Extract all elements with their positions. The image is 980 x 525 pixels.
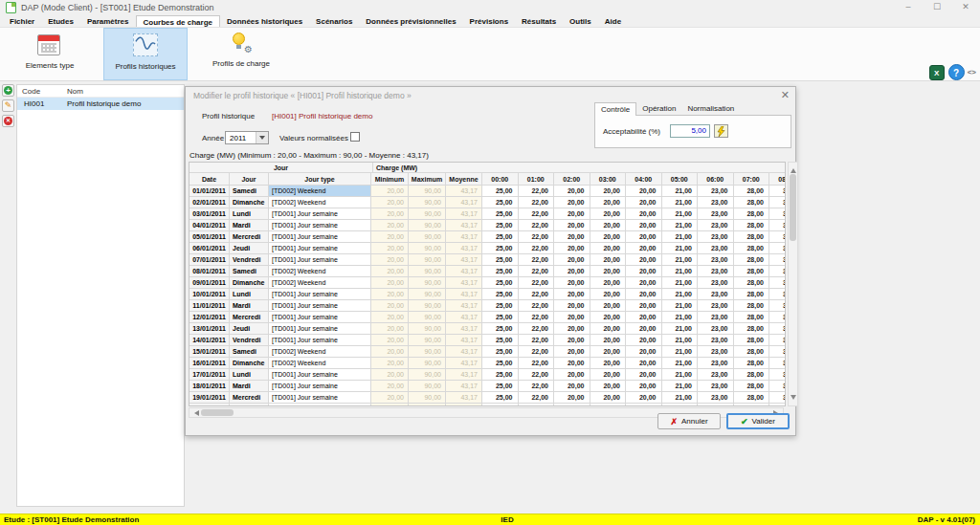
cell-hour-0800[interactable]: 30,00 xyxy=(769,300,786,312)
cell-hour-0600[interactable]: 23,00 xyxy=(698,186,734,197)
cell-jour-type[interactable]: [TD001] Jour semaine xyxy=(269,323,371,335)
cell-hour-0400[interactable]: 20,00 xyxy=(626,335,662,346)
cell-hour-0800[interactable]: 30,00 xyxy=(769,289,786,300)
cell-hour-0000[interactable]: 25,00 xyxy=(482,197,519,208)
excel-export-icon[interactable]: X xyxy=(929,65,945,80)
table-row[interactable]: 17/01/2011Lundi[TD001] Jour semaine20,00… xyxy=(189,369,786,381)
cell-hour-0100[interactable]: 22,00 xyxy=(519,335,555,346)
cell-jour-type[interactable]: [TD001] Jour semaine xyxy=(269,220,371,231)
column-header-moyenne[interactable]: Moyenne xyxy=(446,173,482,186)
menu-item-etudes[interactable]: Etudes xyxy=(41,15,80,27)
table-row[interactable]: 04/01/2011Mardi[TD001] Jour semaine20,00… xyxy=(189,220,786,231)
table-row[interactable]: 16/01/2011Dimanche[TD002] Weekend20,0090… xyxy=(189,358,786,369)
cell-hour-0600[interactable]: 23,00 xyxy=(698,243,734,254)
cell-hour-0600[interactable]: 23,00 xyxy=(698,266,734,277)
cell-hour-0800[interactable]: 30,00 xyxy=(769,208,786,220)
cell-hour-0100[interactable]: 22,00 xyxy=(519,312,555,323)
cell-hour-0300[interactable]: 20,00 xyxy=(590,392,627,404)
cell-hour-0500[interactable]: 21,00 xyxy=(662,381,699,392)
table-row[interactable]: 20/01/2011Jeudi[TD001] Jour semaine20,00… xyxy=(189,404,786,406)
cell-hour-0000[interactable]: 25,00 xyxy=(482,277,519,289)
menu-item-sc-narios[interactable]: Scénarios xyxy=(309,15,359,27)
cell-hour-0200[interactable]: 20,00 xyxy=(554,243,590,254)
menu-item-r-sultats[interactable]: Résultats xyxy=(515,15,563,27)
close-icon[interactable]: ✕ xyxy=(951,0,980,15)
cell-hour-0300[interactable]: 20,00 xyxy=(590,346,627,358)
cell-hour-0800[interactable]: 30,00 xyxy=(769,266,786,277)
cell-hour-0600[interactable]: 23,00 xyxy=(698,404,734,406)
cell-hour-0100[interactable]: 22,00 xyxy=(519,289,555,300)
cell-hour-0000[interactable]: 25,00 xyxy=(482,358,519,369)
cell-jour-type[interactable]: [TD001] Jour semaine xyxy=(269,369,371,381)
cell-hour-0100[interactable]: 22,00 xyxy=(519,300,555,312)
cell-hour-0700[interactable]: 28,00 xyxy=(734,335,770,346)
cell-hour-0500[interactable]: 21,00 xyxy=(662,266,699,277)
column-header-nom[interactable]: Nom xyxy=(67,87,83,96)
table-row[interactable]: 13/01/2011Jeudi[TD001] Jour semaine20,00… xyxy=(189,323,786,335)
cell-hour-0100[interactable]: 22,00 xyxy=(519,404,555,406)
cell-hour-0100[interactable]: 22,00 xyxy=(519,266,555,277)
cell-hour-0500[interactable]: 21,00 xyxy=(662,335,699,346)
cell-hour-0000[interactable]: 25,00 xyxy=(482,404,519,406)
cell-hour-0800[interactable]: 30,00 xyxy=(769,312,786,323)
cell-jour-type[interactable]: [TD002] Weekend xyxy=(269,197,371,208)
cell-hour-0300[interactable]: 20,00 xyxy=(590,404,627,406)
cell-hour-0100[interactable]: 22,00 xyxy=(519,277,555,289)
cell-hour-0800[interactable]: 30,00 xyxy=(769,231,786,243)
cell-hour-0600[interactable]: 23,00 xyxy=(698,381,734,392)
tab-normalisation[interactable]: Normalisation xyxy=(681,102,740,116)
cell-hour-0000[interactable]: 25,00 xyxy=(482,335,519,346)
cell-hour-0600[interactable]: 23,00 xyxy=(698,208,734,220)
cell-hour-0200[interactable]: 20,00 xyxy=(554,231,590,243)
cell-hour-0400[interactable]: 20,00 xyxy=(626,381,662,392)
cell-hour-0200[interactable]: 20,00 xyxy=(554,186,590,197)
cell-hour-0600[interactable]: 23,00 xyxy=(698,277,734,289)
menu-item-fichier[interactable]: Fichier xyxy=(3,15,41,27)
cell-hour-0700[interactable]: 28,00 xyxy=(734,358,770,369)
cell-hour-0500[interactable]: 21,00 xyxy=(662,231,699,243)
cell-hour-0400[interactable]: 20,00 xyxy=(626,369,662,381)
menu-item-pr-visions[interactable]: Prévisions xyxy=(463,15,515,27)
cell-jour-type[interactable]: [TD001] Jour semaine xyxy=(269,381,371,392)
dialog-close-icon[interactable]: ✕ xyxy=(781,89,790,101)
column-header-0500[interactable]: 05:00 xyxy=(662,173,699,186)
cell-hour-0800[interactable]: 30,00 xyxy=(769,381,786,392)
cell-hour-0200[interactable]: 20,00 xyxy=(554,289,590,300)
cell-jour-type[interactable]: [TD001] Jour semaine xyxy=(269,243,371,254)
cell-hour-0400[interactable]: 20,00 xyxy=(626,231,662,243)
cell-hour-0800[interactable]: 30,00 xyxy=(769,358,786,369)
cell-hour-0700[interactable]: 28,00 xyxy=(734,266,770,277)
cell-hour-0600[interactable]: 23,00 xyxy=(698,231,734,243)
cell-hour-0400[interactable]: 20,00 xyxy=(626,208,662,220)
cell-hour-0600[interactable]: 23,00 xyxy=(698,346,734,358)
cell-hour-0500[interactable]: 21,00 xyxy=(662,289,699,300)
menu-item-outils[interactable]: Outils xyxy=(563,15,598,27)
cell-hour-0600[interactable]: 23,00 xyxy=(698,254,734,266)
table-row[interactable]: 18/01/2011Mardi[TD001] Jour semaine20,00… xyxy=(189,381,786,392)
cell-hour-0300[interactable]: 20,00 xyxy=(590,358,627,369)
cell-hour-0500[interactable]: 21,00 xyxy=(662,369,699,381)
cell-jour-type[interactable]: [TD001] Jour semaine xyxy=(269,289,371,300)
table-row[interactable]: 15/01/2011Samedi[TD002] Weekend20,0090,0… xyxy=(189,346,786,358)
column-header-0800[interactable]: 08:00 xyxy=(769,173,786,186)
cell-hour-0400[interactable]: 20,00 xyxy=(626,392,662,404)
cell-jour-type[interactable]: [TD001] Jour semaine xyxy=(269,404,371,406)
cell-hour-0200[interactable]: 20,00 xyxy=(554,369,590,381)
cell-hour-0000[interactable]: 25,00 xyxy=(482,346,519,358)
cancel-button[interactable]: ✗ Annuler xyxy=(657,413,721,429)
table-row[interactable]: 09/01/2011Dimanche[TD002] Weekend20,0090… xyxy=(189,277,786,289)
cell-hour-0400[interactable]: 20,00 xyxy=(626,300,662,312)
table-row[interactable]: 01/01/2011Samedi[TD002] Weekend20,0090,0… xyxy=(189,186,786,197)
table-row[interactable]: 10/01/2011Lundi[TD001] Jour semaine20,00… xyxy=(189,289,786,300)
cell-hour-0800[interactable]: 30,00 xyxy=(769,335,786,346)
table-row[interactable]: 03/01/2011Lundi[TD001] Jour semaine20,00… xyxy=(189,208,786,220)
cell-hour-0300[interactable]: 20,00 xyxy=(590,312,627,323)
valeurs-normalisees-checkbox[interactable] xyxy=(350,132,360,142)
cell-hour-0800[interactable]: 30,00 xyxy=(769,369,786,381)
cell-hour-0700[interactable]: 28,00 xyxy=(734,392,770,404)
cell-hour-0000[interactable]: 25,00 xyxy=(482,266,519,277)
toolbar-button-elements-type[interactable]: Elements type xyxy=(8,28,92,80)
cell-hour-0800[interactable]: 30,00 xyxy=(769,346,786,358)
table-row[interactable]: 02/01/2011Dimanche[TD002] Weekend20,0090… xyxy=(189,197,786,208)
toolbar-button-profils-historiques[interactable]: Profils historiques xyxy=(103,28,188,80)
